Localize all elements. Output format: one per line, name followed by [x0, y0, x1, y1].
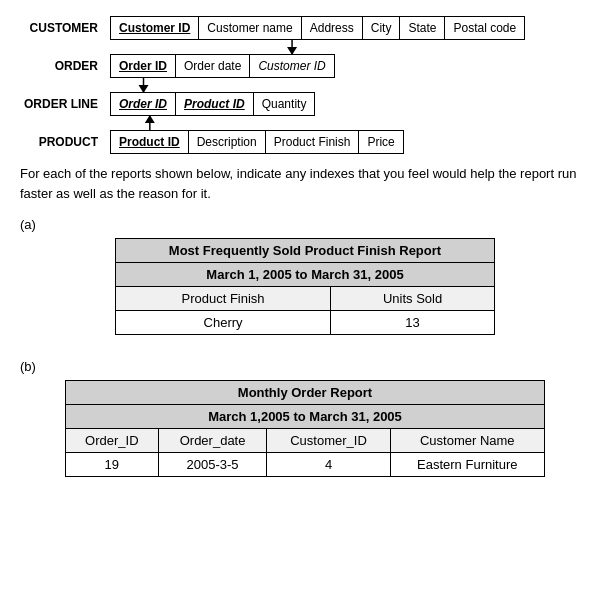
order-date-field: Order date	[176, 55, 250, 77]
report-b-title: Monthly Order Report	[65, 380, 545, 404]
units-sold-value: 13	[331, 311, 495, 335]
report-b-header-row: Order_ID Order_date Customer_ID Customer…	[66, 429, 545, 453]
price-field: Price	[359, 131, 402, 153]
city-field: City	[363, 17, 401, 39]
customer-name-field: Customer name	[199, 17, 301, 39]
report-b-container: Monthly Order Report March 1,2005 to Mar…	[65, 380, 545, 477]
report-a-label: (a)	[20, 217, 590, 232]
report-a-container: Most Frequently Sold Product Finish Repo…	[115, 238, 495, 335]
report-b-label: (b)	[20, 359, 590, 374]
orderline-productid-field: Product ID	[176, 93, 254, 115]
product-id-field: Product ID	[111, 131, 189, 153]
product-finish-value: Cherry	[116, 311, 331, 335]
customer-id-field: Customer ID	[111, 17, 199, 39]
report-b-table: Order_ID Order_date Customer_ID Customer…	[65, 428, 545, 477]
orderline-quantity-field: Quantity	[254, 93, 315, 115]
order-customer-id-field: Customer ID	[250, 55, 333, 77]
description-text: For each of the reports shown below, ind…	[20, 164, 590, 203]
order-date-value: 2005-3-5	[158, 453, 267, 477]
table-row: Cherry 13	[116, 311, 495, 335]
order-row: ORDER Order ID Order date Customer ID	[20, 54, 590, 78]
report-b-section: (b) Monthly Order Report March 1,2005 to…	[20, 359, 590, 477]
order-table: Order ID Order date Customer ID	[110, 54, 335, 78]
product-label: PRODUCT	[20, 135, 110, 149]
postal-code-field: Postal code	[445, 17, 524, 39]
orderline-orderid-field: Order ID	[111, 93, 176, 115]
product-table: Product ID Description Product Finish Pr…	[110, 130, 404, 154]
report-b-col1-header: Order_ID	[66, 429, 159, 453]
order-id-field: Order ID	[111, 55, 176, 77]
orderline-label: ORDER LINE	[20, 97, 110, 111]
state-field: State	[400, 17, 445, 39]
customer-row: CUSTOMER Customer ID Customer name Addre…	[20, 16, 590, 40]
schema-diagram: CUSTOMER Customer ID Customer name Addre…	[20, 16, 590, 154]
report-a-section: (a) Most Frequently Sold Product Finish …	[20, 217, 590, 335]
customer-name-value: Eastern Furniture	[390, 453, 544, 477]
report-b-col4-header: Customer Name	[390, 429, 544, 453]
svg-marker-5	[145, 115, 155, 123]
report-a-col2-header: Units Sold	[331, 287, 495, 311]
product-finish-field: Product Finish	[266, 131, 360, 153]
customer-table: Customer ID Customer name Address City S…	[110, 16, 525, 40]
orderline-table: Order ID Product ID Quantity	[110, 92, 315, 116]
product-row: PRODUCT Product ID Description Product F…	[20, 130, 590, 154]
orderline-row: ORDER LINE Order ID Product ID Quantity	[20, 92, 590, 116]
address-field: Address	[302, 17, 363, 39]
report-a-col1-header: Product Finish	[116, 287, 331, 311]
description-field: Description	[189, 131, 266, 153]
report-b-col2-header: Order_date	[158, 429, 267, 453]
report-a-header-row: Product Finish Units Sold	[116, 287, 495, 311]
report-a-subtitle: March 1, 2005 to March 31, 2005	[115, 262, 495, 286]
customer-label: CUSTOMER	[20, 21, 110, 35]
order-label: ORDER	[20, 59, 110, 73]
report-a-table: Product Finish Units Sold Cherry 13	[115, 286, 495, 335]
table-row: 19 2005-3-5 4 Eastern Furniture	[66, 453, 545, 477]
report-b-subtitle: March 1,2005 to March 31, 2005	[65, 404, 545, 428]
customer-id-value: 4	[267, 453, 390, 477]
order-id-value: 19	[66, 453, 159, 477]
report-a-title: Most Frequently Sold Product Finish Repo…	[115, 238, 495, 262]
report-b-col3-header: Customer_ID	[267, 429, 390, 453]
